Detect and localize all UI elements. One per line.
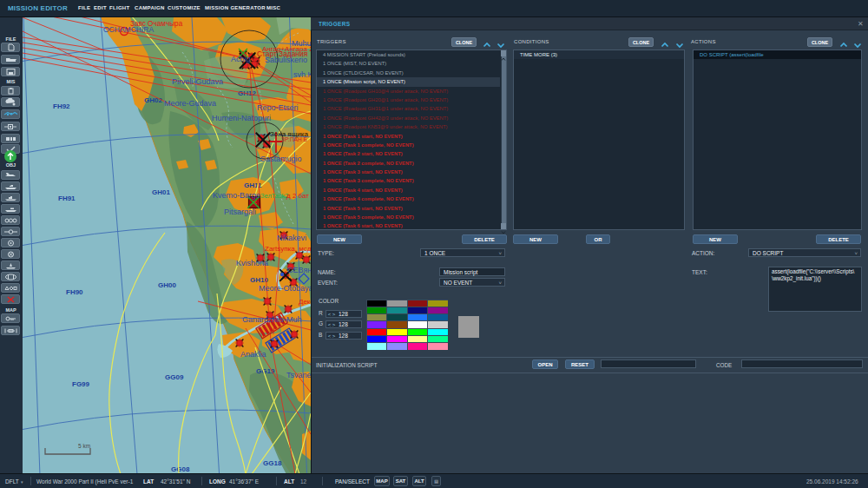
svg-text:Nikakevi: Nikakevi — [277, 234, 306, 242]
svg-text:FH90: FH90 — [66, 288, 83, 296]
svg-text:Achig: Achig — [231, 55, 251, 63]
svg-text:GG18: GG18 — [263, 459, 282, 467]
svg-text:Pirveli-Gudava: Pirveli-Gudava — [172, 77, 223, 86]
svg-text:ЗелTask2: ЗелTask2 — [260, 192, 288, 200]
svg-text:Pitsargali: Pitsargali — [224, 208, 256, 216]
svg-text:Завс Очамчыра: Завс Очамчыра — [130, 20, 183, 28]
svg-text:5 km: 5 km — [78, 443, 90, 449]
svg-text:Sastamugio: Sastamugio — [260, 155, 302, 163]
svg-text:Meore-Otobaya: Meore-Otobaya — [259, 284, 311, 293]
svg-text:Kvishona: Kvishona — [236, 259, 268, 267]
svg-text:FG99: FG99 — [72, 380, 90, 388]
svg-text:Zartsупка, мсд: Zartsупка, мсд — [265, 245, 311, 253]
svg-text:svh.Ko: svh.Ko — [293, 70, 311, 79]
svg-text:Kvemo-Barge: Kvemo-Barge — [213, 191, 260, 200]
svg-text:д 2 бат: д 2 бат — [286, 192, 309, 200]
svg-text:ЗР:ПАН Б: ЗР:ПАН Б — [281, 136, 307, 142]
svg-text:Старт Задания: Старт Задания — [257, 49, 307, 58]
svg-text:Humeni-Natopuri: Humeni-Natopuri — [212, 114, 271, 122]
svg-text:СЕВянка: СЕВянка — [287, 266, 311, 274]
svg-text:GG09: GG09 — [165, 373, 184, 381]
svg-text:FH91: FH91 — [58, 195, 76, 202]
svg-text:Ganardzhiis-Muh: Ganardzhiis-Muh — [242, 315, 302, 324]
svg-text:GH02: GH02 — [144, 96, 162, 104]
svg-text:Repo-Etseri: Repo-Etseri — [257, 103, 299, 112]
svg-text:Декел: Декел — [299, 298, 311, 306]
svg-text:FH92: FH92 — [53, 102, 70, 110]
svg-text:Anaklia: Anaklia — [240, 350, 266, 359]
svg-text:GH01: GH01 — [152, 188, 170, 196]
svg-text:Tsvane: Tsvane — [286, 371, 311, 379]
svg-text:Meore-Gudava: Meore-Gudava — [164, 99, 216, 108]
svg-text:GH00: GH00 — [158, 281, 176, 289]
svg-text:GG08: GG08 — [171, 465, 190, 473]
